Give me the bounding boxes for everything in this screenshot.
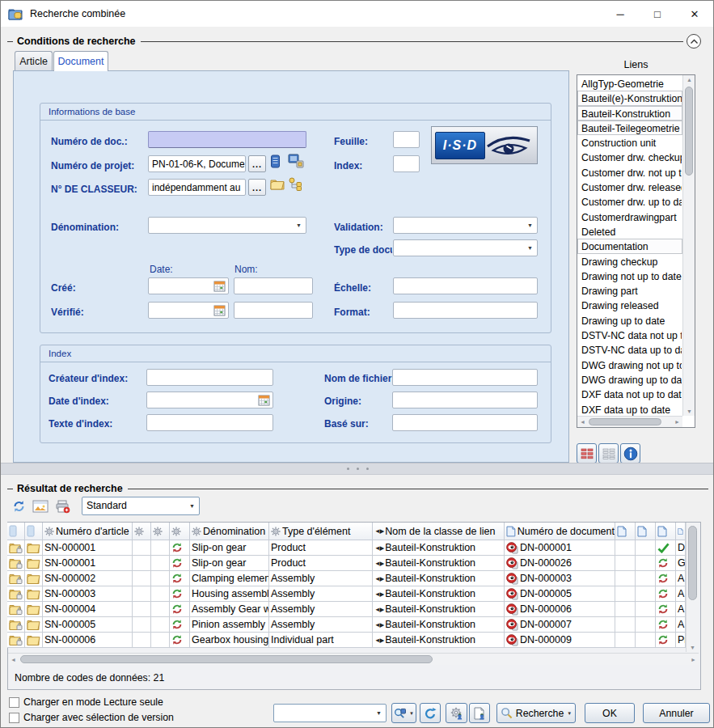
- ok-button[interactable]: OK: [585, 703, 635, 723]
- column-header[interactable]: [615, 523, 636, 540]
- origin-input[interactable]: [392, 392, 538, 408]
- version-select-checkbox[interactable]: [9, 713, 19, 723]
- save-search-button[interactable]: ▼: [391, 703, 416, 723]
- liens-item[interactable]: Bauteil(e)-Konstruktion: [577, 91, 682, 105]
- calendar-icon[interactable]: [258, 395, 270, 408]
- format-input[interactable]: [393, 302, 538, 319]
- maximize-button[interactable]: □: [639, 1, 676, 27]
- liens-item[interactable]: DSTV-NC data not up to date: [577, 328, 682, 342]
- liens-item[interactable]: DWG drawing up to date: [577, 372, 682, 387]
- doc-number-input[interactable]: [148, 131, 306, 148]
- table-row[interactable]: SN-000004Assembly Gear whAssembly◄▶Baute…: [7, 602, 686, 617]
- scrollbar-thumb[interactable]: [589, 418, 661, 425]
- classeur-folder-icon-button[interactable]: [270, 178, 285, 190]
- scroll-down-icon[interactable]: ▼: [690, 645, 695, 650]
- table-row[interactable]: SN-000005Pinion assemblyAssembly◄▶Bautei…: [7, 617, 686, 633]
- liens-item[interactable]: Deleted: [577, 224, 682, 239]
- created-name-input[interactable]: [234, 277, 313, 294]
- table-row[interactable]: SN-000001Slip-on gearProduct◄▶Bauteil-Ko…: [7, 540, 686, 556]
- liens-item[interactable]: DXF data not up to date: [577, 387, 682, 401]
- column-header[interactable]: [133, 523, 151, 540]
- project-input[interactable]: PN-01-06-K, Docume: [148, 155, 246, 172]
- article-options-button[interactable]: [446, 703, 467, 723]
- view-selector-combo[interactable]: Standard ▼: [82, 497, 200, 515]
- column-header[interactable]: [676, 523, 686, 540]
- scrollbar-thumb[interactable]: [685, 87, 693, 176]
- link-list-red-view-button[interactable]: [577, 443, 597, 463]
- scroll-left-icon[interactable]: ◄: [580, 419, 585, 425]
- scroll-left-icon[interactable]: ◄: [11, 657, 16, 662]
- scroll-down-icon[interactable]: ▼: [687, 408, 692, 414]
- refresh-results-button[interactable]: [9, 497, 28, 515]
- liens-item[interactable]: Customer drw. released: [577, 180, 682, 194]
- index-text-input[interactable]: [146, 414, 273, 431]
- table-vertical-scrollbar[interactable]: ▼: [686, 523, 699, 652]
- liens-item[interactable]: DSTV-NC data up to date: [577, 342, 682, 357]
- column-header[interactable]: Dénomination: [190, 523, 269, 540]
- liens-item[interactable]: Customer drw. checkup: [577, 150, 682, 164]
- index-creator-input[interactable]: [146, 369, 273, 386]
- liens-item[interactable]: AllgTyp-Geometrie: [577, 76, 682, 91]
- index-date-input[interactable]: [146, 392, 273, 408]
- liens-horizontal-scrollbar[interactable]: ◄ ►: [577, 416, 682, 427]
- liens-item[interactable]: Drawing part: [577, 283, 682, 298]
- column-header[interactable]: [636, 523, 656, 540]
- verified-date-input[interactable]: [148, 302, 229, 319]
- saved-search-combo[interactable]: ▼: [273, 704, 387, 722]
- document-options-button[interactable]: [469, 703, 490, 723]
- table-row[interactable]: SN-000002Clamping elementAssembly◄▶Baute…: [7, 571, 686, 586]
- export-image-button[interactable]: [31, 497, 50, 515]
- scrollbar-thumb[interactable]: [20, 655, 433, 663]
- validation-combo[interactable]: ▼: [393, 217, 538, 234]
- index-input[interactable]: [393, 155, 420, 172]
- column-header[interactable]: [7, 523, 25, 540]
- column-header[interactable]: [170, 523, 190, 540]
- doc-type-combo[interactable]: ▼: [393, 239, 538, 256]
- reset-button[interactable]: [420, 703, 441, 723]
- liens-item[interactable]: Drawing checkup: [577, 254, 682, 269]
- verified-name-input[interactable]: [234, 302, 313, 319]
- liens-item[interactable]: Customer drw. not up to date: [577, 165, 682, 180]
- column-header[interactable]: Numéro de document: [505, 523, 615, 540]
- column-header[interactable]: [151, 523, 170, 540]
- liens-item[interactable]: Bauteil-Teilegeometrie: [577, 121, 682, 135]
- scroll-right-icon[interactable]: ►: [674, 419, 680, 425]
- scroll-up-icon[interactable]: ▲: [687, 77, 692, 83]
- liens-item[interactable]: DXF data up to date: [577, 402, 682, 416]
- link-info-button[interactable]: [620, 443, 640, 463]
- liens-item[interactable]: Customer drw. up to date: [577, 194, 682, 209]
- classeur-input[interactable]: indépendamment au: [148, 179, 246, 196]
- liens-item[interactable]: DWG drawing not up to date: [577, 358, 682, 372]
- tab-document[interactable]: Document: [53, 51, 108, 71]
- scroll-right-icon[interactable]: ►: [691, 657, 696, 662]
- project-server-icon-button[interactable]: [270, 154, 281, 168]
- based-on-input[interactable]: [392, 414, 538, 431]
- scrollbar-thumb[interactable]: [688, 526, 697, 600]
- calendar-icon[interactable]: [213, 305, 226, 319]
- liens-item[interactable]: Drawing not up to date: [577, 269, 682, 283]
- table-row[interactable]: SN-000006Gearbox housingIndividual part◄…: [7, 633, 686, 648]
- read-only-checkbox[interactable]: [9, 697, 19, 708]
- splitter-handle[interactable]: [1, 463, 714, 475]
- tab-article[interactable]: Article: [15, 51, 53, 70]
- collapse-section-button[interactable]: [687, 34, 701, 49]
- cancel-button[interactable]: Annuler: [643, 703, 710, 723]
- file-name-input[interactable]: [392, 369, 538, 386]
- minimize-button[interactable]: ─: [602, 1, 639, 27]
- column-header[interactable]: [656, 523, 676, 540]
- column-header[interactable]: Numéro d'article: [43, 523, 133, 540]
- created-date-input[interactable]: [148, 277, 229, 294]
- classeur-hierarchy-icon-button[interactable]: [288, 177, 302, 191]
- print-button[interactable]: [53, 497, 72, 515]
- column-header[interactable]: Type d'élément: [269, 523, 373, 540]
- liens-item[interactable]: Bauteil-Konstruktion: [577, 106, 682, 121]
- liens-listbox[interactable]: AllgTyp-GeometrieBauteil(e)-Konstruktion…: [577, 74, 695, 428]
- liens-item[interactable]: Construction unit: [577, 135, 682, 150]
- table-row[interactable]: SN-000003Housing assemblyAssembly◄▶Baute…: [7, 586, 686, 602]
- liens-item[interactable]: Drawing up to date: [577, 313, 682, 328]
- liens-vertical-scrollbar[interactable]: ▲ ▼: [682, 75, 695, 416]
- link-list-plain-view-button[interactable]: [598, 443, 619, 463]
- column-header[interactable]: ◄▶Nom de la classe de lien: [373, 523, 505, 540]
- column-header[interactable]: [25, 523, 43, 540]
- table-horizontal-scrollbar[interactable]: ◄ ►: [8, 653, 699, 665]
